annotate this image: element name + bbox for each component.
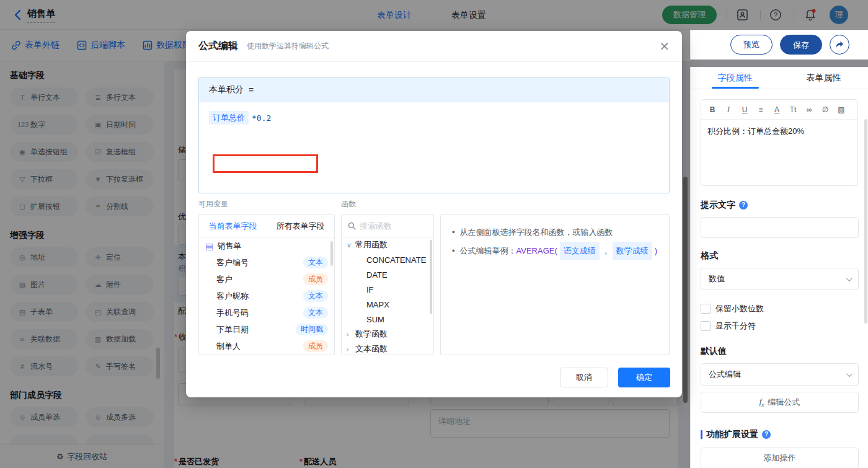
format-select[interactable]: 数值 <box>701 268 859 290</box>
variable-field-row[interactable]: 手机号码 文本 <box>199 304 334 321</box>
function-label: DATE <box>366 270 388 280</box>
add-action-button[interactable]: 添加操作 <box>701 448 859 468</box>
function-label: MAPX <box>366 300 389 309</box>
variable-name: 客户编号 <box>216 257 249 268</box>
function-label: SUM <box>366 315 384 324</box>
modal-subtitle: 使用数学运算符编辑公式 <box>247 41 329 51</box>
functions-scrollbar[interactable] <box>430 240 432 314</box>
font-size-icon[interactable]: Tt <box>786 105 800 114</box>
edit-formula-button[interactable]: fx 编辑公式 <box>701 392 859 413</box>
variables-section-label: 可用变量 <box>198 199 228 210</box>
modal-title: 公式编辑 <box>198 40 238 53</box>
help-icon[interactable]: ? <box>739 201 748 210</box>
italic-icon[interactable]: I <box>721 105 736 114</box>
tree-chevron-icon: › <box>347 330 355 338</box>
function-row[interactable]: IF <box>342 282 433 297</box>
chevron-down-icon <box>846 275 852 281</box>
close-icon[interactable]: ✕ <box>659 40 670 53</box>
bullet-dot: • <box>452 224 455 242</box>
function-row[interactable]: MAPX <box>342 297 433 312</box>
share-arrow-icon <box>835 40 844 50</box>
comma: ， <box>602 242 610 260</box>
tab-field-properties[interactable]: 字段属性 <box>691 67 779 89</box>
save-button[interactable]: 保存 <box>780 35 822 55</box>
function-row[interactable]: › 文本函数 <box>342 342 433 355</box>
search-icon <box>348 222 356 230</box>
checkbox-row[interactable]: 保留小数位数 <box>701 300 858 317</box>
font-color-icon[interactable]: A <box>769 105 784 114</box>
variable-field-row[interactable]: 制单人 成员 <box>199 338 334 355</box>
tab-form-properties[interactable]: 表单属性 <box>779 67 868 89</box>
formula-editor-modal: 公式编辑 使用数学运算符编辑公式 ✕ 本单积分 = 订单总价 *0.2 可用变量… <box>186 31 682 397</box>
tree-chevron-icon: › <box>347 345 355 353</box>
checkbox-label: 保留小数位数 <box>715 303 764 314</box>
formula-input-area[interactable]: 本单积分 = 订单总价 *0.2 <box>198 77 670 193</box>
panel-scrollbar[interactable] <box>864 119 867 324</box>
annotation-highlight-box <box>213 154 318 173</box>
variable-field-row[interactable]: 客户昵称 文本 <box>199 288 334 304</box>
form-node-row[interactable]: ▤ 销售单 <box>199 237 334 254</box>
confirm-button[interactable]: 确定 <box>618 368 670 387</box>
select-value: 数值 <box>709 273 725 285</box>
tip-line-2: • 公式编辑举例： AVERAGE( 语文成绩 ， 数学成绩 ) <box>452 242 658 261</box>
variable-field-row[interactable]: 下单日期 时间戳 <box>199 321 334 338</box>
example-function-close: ) <box>655 242 657 260</box>
button-label: 添加操作 <box>764 453 796 464</box>
variable-name: 下单日期 <box>216 324 249 335</box>
bold-icon[interactable]: B <box>705 105 720 114</box>
section-label: 功能扩展设置 <box>706 429 758 440</box>
formula-target-field: 本单积分 <box>209 84 244 95</box>
example-field-chip: 数学成绩 <box>613 242 652 261</box>
field-description-text[interactable]: 积分比例：订单总金额20% <box>701 120 857 143</box>
function-search[interactable] <box>342 215 433 237</box>
checkbox-row[interactable]: 显示千分符 <box>701 317 858 335</box>
variables-scrollbar[interactable] <box>330 241 333 266</box>
checkbox[interactable] <box>701 304 711 314</box>
function-label: 常用函数 <box>355 239 388 250</box>
cancel-button[interactable]: 取消 <box>560 368 608 387</box>
tab-current-form-fields[interactable]: 当前表单字段 <box>199 215 267 237</box>
document-icon: ▤ <box>205 241 213 251</box>
remove-link-icon[interactable]: ∅ <box>818 105 833 114</box>
underline-icon[interactable]: U <box>737 105 752 114</box>
formula-field-chip[interactable]: 订单总价 <box>209 111 249 125</box>
share-button[interactable] <box>830 35 849 55</box>
variable-name: 客户 <box>216 274 232 285</box>
function-search-input[interactable] <box>360 221 422 231</box>
tab-all-form-fields[interactable]: 所有表单字段 <box>267 215 334 237</box>
variable-field-row[interactable]: 客户 成员 <box>199 271 334 288</box>
function-row[interactable]: ∨ 常用函数 <box>342 237 433 252</box>
help-icon[interactable]: ? <box>762 430 771 439</box>
function-label: IF <box>366 285 374 294</box>
function-label: 数学函数 <box>355 329 388 340</box>
richtext-editor[interactable]: BIU≡ATt∞∅▧ 积分比例：订单总金额20% <box>701 99 858 186</box>
variable-type-tag: 文本 <box>303 290 328 302</box>
function-row[interactable]: CONCATENATE <box>342 252 433 267</box>
select-value: 公式编辑 <box>709 369 741 380</box>
hint-text-input[interactable] <box>701 217 859 238</box>
insert-image-icon[interactable]: ▧ <box>834 105 849 114</box>
variable-type-tag: 文本 <box>303 257 328 268</box>
tip-line-1: • 从左侧面板选择字段名和函数，或输入函数 <box>452 224 658 242</box>
preview-button[interactable]: 预览 <box>730 35 773 55</box>
function-label: CONCATENATE <box>366 255 426 265</box>
formula-tips-panel: • 从左侧面板选择字段名和函数，或输入函数 • 公式编辑举例： AVERAGE(… <box>440 214 670 355</box>
variable-name: 客户昵称 <box>216 291 249 302</box>
insert-link-icon[interactable]: ∞ <box>802 105 817 114</box>
equals-sign: = <box>249 85 254 95</box>
checkbox[interactable] <box>701 321 711 331</box>
property-panel: 字段属性 表单属性 BIU≡ATt∞∅▧ 积分比例：订单总金额20% 提示文字 … <box>690 67 868 468</box>
variable-type-tag: 成员 <box>303 340 328 352</box>
variable-field-row[interactable]: 客户编号 文本 <box>199 254 334 271</box>
form-node-label: 销售单 <box>217 241 241 252</box>
function-row[interactable]: › 数学函数 <box>342 327 433 342</box>
default-value-label: 默认值 <box>701 346 858 357</box>
function-row[interactable]: DATE <box>342 267 433 282</box>
align-icon[interactable]: ≡ <box>753 105 768 114</box>
extension-settings-header: 功能扩展设置 ? <box>701 429 858 440</box>
variable-name: 手机号码 <box>216 307 249 319</box>
function-row[interactable]: SUM <box>342 312 433 327</box>
variable-type-tag: 文本 <box>303 307 328 319</box>
default-value-select[interactable]: 公式编辑 <box>701 363 859 386</box>
formula-literal[interactable]: *0.2 <box>252 113 271 123</box>
